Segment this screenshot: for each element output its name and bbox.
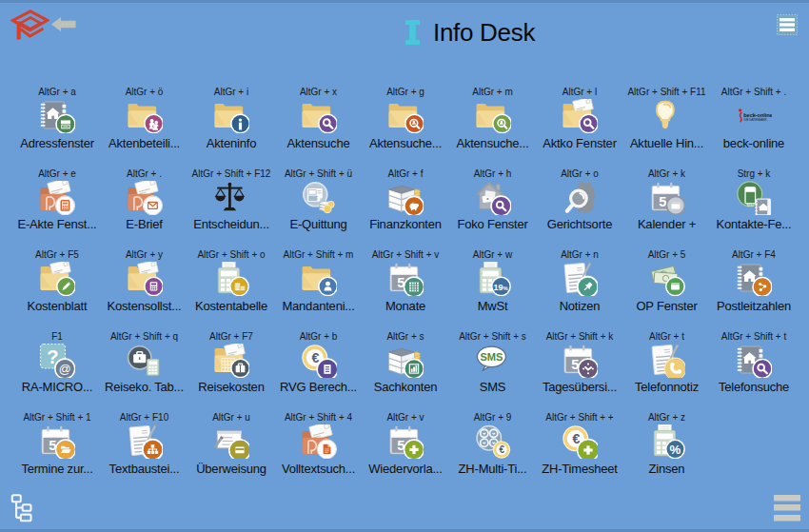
svg-text:%: %: [669, 443, 681, 457]
svg-text:€: €: [499, 444, 504, 455]
svg-text:@: @: [59, 362, 71, 375]
svg-text:Mini: Mini: [747, 204, 754, 207]
svg-text:5: 5: [659, 194, 666, 209]
svg-text:SMS: SMS: [480, 351, 503, 363]
svg-text:DIE DATENBANK: DIE DATENBANK: [743, 118, 766, 122]
